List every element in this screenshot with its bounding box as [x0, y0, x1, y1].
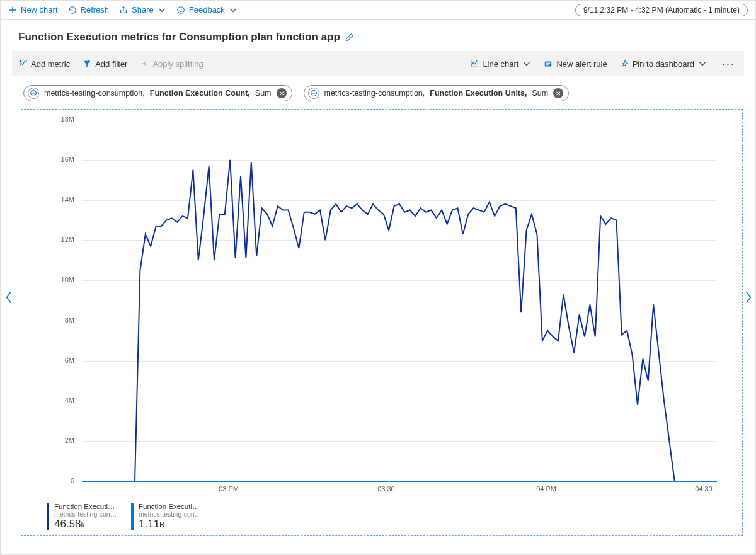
pin-label: Pin to dashboard [633, 59, 694, 69]
top-toolbar: New chart Refresh Share Feedback 9/11 2:… [1, 1, 755, 20]
pill-remove-icon[interactable]: ✕ [277, 88, 287, 98]
apply-splitting-label: Apply splitting [152, 59, 203, 69]
pill-agg: Sum [532, 89, 548, 98]
chart-type-label: Line chart [483, 59, 518, 69]
new-chart-label: New chart [21, 5, 58, 14]
legend-item[interactable]: Function Execution C... metrics-testing-… [47, 503, 122, 530]
feedback-button[interactable]: Feedback [176, 5, 238, 14]
add-metric-button[interactable]: Add metric [18, 59, 70, 69]
metric-pills: metrics-testing-consumption, Function Ex… [1, 76, 755, 106]
edit-title-icon[interactable] [345, 33, 354, 42]
add-metric-icon [18, 59, 27, 68]
legend-value: 46.58 [54, 518, 81, 530]
legend-resource: metrics-testing-cons... [54, 510, 118, 518]
pill-resource: metrics-testing-consumption, [44, 89, 145, 98]
svg-point-0 [178, 6, 185, 13]
chevron-down-icon [158, 6, 166, 14]
metric-pill[interactable]: metrics-testing-consumption, Function Ex… [23, 85, 292, 101]
chart-type-dropdown[interactable]: Line chart [470, 59, 531, 69]
new-alert-label: New alert rule [556, 59, 607, 69]
chart-plot[interactable]: 02M4M6M8M10M12M14M16M18M03 PM03:3004 PM0… [28, 115, 721, 499]
pin-dashboard-button[interactable]: Pin to dashboard [620, 59, 707, 69]
new-alert-button[interactable]: New alert rule [544, 59, 607, 69]
apply-splitting-button: Apply splitting [140, 59, 203, 69]
add-metric-label: Add metric [31, 59, 70, 69]
chevron-down-icon [522, 59, 531, 68]
y-tick-label: 6M [44, 357, 74, 364]
y-tick-label: 12M [44, 236, 74, 243]
refresh-icon [68, 6, 77, 14]
pill-remove-icon[interactable]: ✕ [553, 88, 563, 98]
y-tick-label: 8M [44, 316, 74, 324]
y-tick-label: 14M [44, 196, 74, 203]
share-label: Share [132, 5, 154, 14]
legend-name: Function Execution U... [139, 503, 203, 510]
alert-icon [544, 59, 553, 68]
chart-series-line [82, 160, 717, 481]
legend-resource: metrics-testing-cons... [139, 510, 203, 518]
page-title: Function Execution metrics for Consumpti… [18, 31, 340, 43]
y-tick-label: 10M [44, 276, 74, 283]
filter-icon [83, 59, 91, 68]
refresh-button[interactable]: Refresh [68, 5, 110, 14]
legend: Function Execution C... metrics-testing-… [25, 499, 738, 532]
pin-icon [620, 59, 629, 68]
prev-chart-arrow[interactable] [4, 290, 13, 306]
pill-resource: metrics-testing-consumption, [324, 89, 425, 98]
metric-pill[interactable]: metrics-testing-consumption, Function Ex… [304, 85, 570, 101]
y-tick-label: 18M [44, 115, 74, 123]
new-chart-button[interactable]: New chart [8, 5, 58, 14]
pill-agg: Sum [255, 89, 272, 98]
plus-icon [8, 6, 17, 14]
time-range-label: 9/11 2:32 PM - 4:32 PM (Automatic - 1 mi… [583, 6, 740, 14]
refresh-label: Refresh [81, 5, 110, 14]
chevron-down-icon [698, 59, 707, 68]
next-chart-arrow[interactable] [744, 290, 753, 306]
legend-value: 1.11 [139, 518, 159, 530]
svg-point-1 [179, 8, 180, 9]
feedback-label: Feedback [189, 5, 225, 14]
y-tick-label: 4M [44, 396, 74, 404]
y-tick-label: 16M [44, 156, 74, 163]
chart-container: 02M4M6M8M10M12M14M16M18M03 PM03:3004 PM0… [21, 109, 743, 536]
split-icon [140, 59, 149, 68]
y-tick-label: 0 [44, 477, 74, 484]
resource-icon [308, 88, 319, 99]
pill-metric: Function Execution Count, [150, 89, 250, 98]
legend-unit: B [159, 520, 164, 529]
resource-icon [28, 88, 39, 99]
svg-point-2 [181, 8, 182, 9]
share-icon [119, 6, 128, 14]
y-tick-label: 2M [44, 437, 74, 444]
chevron-down-icon [229, 6, 238, 14]
line-chart-icon [470, 59, 479, 68]
more-menu-button[interactable]: ··· [719, 57, 738, 71]
smiley-icon [176, 6, 185, 14]
time-range-picker[interactable]: 9/11 2:32 PM - 4:32 PM (Automatic - 1 mi… [575, 4, 748, 16]
legend-name: Function Execution C... [54, 503, 118, 510]
add-filter-label: Add filter [95, 59, 127, 69]
svg-rect-3 [545, 62, 552, 67]
chart-toolbar: Add metric Add filter Apply splitting Li… [12, 51, 744, 76]
share-button[interactable]: Share [119, 5, 166, 14]
pill-metric: Function Execution Units, [430, 89, 527, 98]
legend-unit: k [81, 520, 85, 529]
add-filter-button[interactable]: Add filter [83, 59, 127, 69]
legend-item[interactable]: Function Execution U... metrics-testing-… [131, 503, 207, 530]
